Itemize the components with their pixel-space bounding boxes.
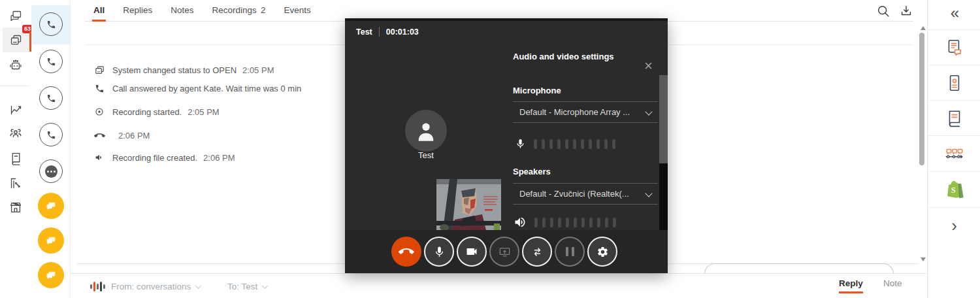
participant-avatar (405, 110, 447, 152)
scrollbar-up-arrow[interactable] (921, 26, 926, 30)
record-icon (93, 107, 105, 117)
sidebar-item-exit-tracking[interactable] (3, 171, 29, 195)
timeline-row-call-ended: 2:06 PM (93, 129, 150, 142)
bot-icon (8, 58, 23, 73)
workflow-panel-button[interactable] (928, 135, 980, 171)
conversation-chat-1[interactable] (38, 193, 64, 219)
timeline-text: Recording file created. (112, 153, 197, 163)
call-settings-button[interactable] (587, 237, 617, 267)
microphone-icon (433, 246, 446, 258)
microphone-label: Microphone (513, 86, 561, 95)
expand-panel-button[interactable]: › (928, 216, 980, 236)
timeline-text: System changed status to OPEN (112, 65, 237, 75)
contacts-icon (8, 127, 23, 141)
hang-up-icon (399, 244, 414, 259)
timeline-text: Recording started. (112, 107, 182, 117)
conversation-call-3[interactable] (39, 86, 63, 110)
conversation-call-2[interactable] (39, 50, 63, 73)
camera-icon (465, 245, 478, 258)
conversation-chat-3[interactable] (38, 262, 64, 288)
chat-bubbles-icon (45, 269, 57, 281)
sidebar-item-analytics[interactable] (3, 97, 29, 122)
scrollbar-down-arrow[interactable] (921, 257, 926, 261)
ticket-info-panel-button[interactable] (928, 29, 980, 65)
composer-bar: From: conversations To: Test Reply Note (71, 273, 926, 298)
chat-bubbles-icon (45, 200, 57, 212)
shopify-panel-button[interactable]: S (928, 171, 980, 207)
speakers-select[interactable]: Default - Zvučnici (Realtek(... (513, 183, 658, 205)
tab-events[interactable]: Events (284, 0, 310, 22)
participant-name: Test (384, 150, 468, 160)
download-button[interactable] (899, 4, 913, 18)
microphone-button[interactable] (424, 237, 454, 267)
timeline-row-recording-file: Recording file created. 2:06 PM (93, 151, 235, 164)
settings-heading: Audio and video settings (513, 52, 614, 61)
conversation-chat-2[interactable] (38, 227, 64, 254)
timeline-row-recording-started: Recording started. 2:05 PM (93, 105, 220, 118)
settings-scrollbar-track (659, 163, 668, 240)
chat-bubbles-icon (45, 235, 57, 246)
ticket-icon (93, 65, 105, 76)
scrollbar-thumb[interactable] (919, 33, 924, 165)
tab-reply[interactable]: Reply (839, 278, 863, 293)
download-icon (899, 4, 913, 18)
tab-note[interactable]: Note (883, 278, 902, 291)
microphone-select[interactable]: Default - Microphone Array ... (513, 101, 658, 123)
speaker-icon (514, 216, 527, 229)
tab-recordings[interactable]: Recordings2 (212, 0, 266, 22)
phone-icon (93, 84, 105, 93)
hangup-icon (93, 130, 105, 141)
conversation-more[interactable] (39, 159, 63, 183)
chevron-down-icon (262, 282, 269, 289)
app-root: 63 (0, 0, 980, 298)
tab-notes[interactable]: Notes (171, 0, 193, 22)
close-icon[interactable]: × (644, 59, 653, 73)
local-video-preview (436, 179, 501, 230)
sidebar-divider (0, 86, 29, 86)
speakers-level-meter (514, 214, 616, 230)
contact-card-panel-button[interactable] (928, 65, 980, 100)
knowledge-panel-button[interactable] (928, 100, 980, 135)
tab-replies[interactable]: Replies (123, 0, 152, 22)
call-timer: 00:01:03 (386, 27, 419, 37)
search-button[interactable] (876, 4, 890, 18)
sidebar-item-bot[interactable] (3, 53, 29, 78)
level-bars (534, 218, 616, 227)
recordings-count: 2 (261, 0, 266, 22)
camera-button[interactable] (457, 237, 487, 267)
sidebar-item-store[interactable] (3, 195, 29, 220)
phone-icon (46, 57, 56, 67)
collapse-panel-button[interactable]: « (928, 4, 980, 22)
pause-icon (566, 247, 574, 256)
call-header: Test 00:01:03 (356, 27, 419, 37)
conversation-call-selected[interactable] (39, 12, 63, 36)
store-icon (8, 200, 23, 214)
settings-scrollbar-thumb[interactable] (659, 75, 668, 163)
speakers-label: Speakers (513, 167, 551, 176)
timeline-time: 2:06 PM (118, 131, 150, 141)
call-title: Test (356, 27, 372, 37)
contact-card-icon (945, 73, 964, 93)
tickets-icon (9, 33, 23, 47)
chevron-down-icon (645, 108, 652, 115)
search-icon (876, 4, 890, 18)
timeline-time: 2:05 PM (188, 107, 219, 117)
speaker-icon (93, 152, 105, 163)
sidebar-item-knowledge-base[interactable] (3, 146, 29, 171)
screen-share-button (489, 237, 519, 267)
from-selector[interactable]: From: conversations (111, 274, 201, 298)
waveform-icon (90, 281, 105, 291)
ellipsis-icon (45, 165, 57, 178)
tab-all[interactable]: All (93, 0, 105, 22)
gear-icon (596, 246, 609, 258)
sidebar-item-tickets[interactable]: 63 (3, 27, 29, 52)
to-selector[interactable]: To: Test (227, 274, 267, 298)
right-sidebar: « (927, 0, 980, 298)
sidebar-item-contacts[interactable] (3, 122, 29, 146)
conversation-call-4[interactable] (39, 123, 63, 146)
timeline-row-answered: Call answered by agent Kate. Wait time w… (93, 82, 307, 95)
timeline-time: 2:06 PM (203, 153, 235, 163)
reply-editor-collapsed[interactable] (704, 263, 894, 274)
transfer-button[interactable] (522, 237, 552, 267)
hang-up-button[interactable] (391, 237, 421, 267)
